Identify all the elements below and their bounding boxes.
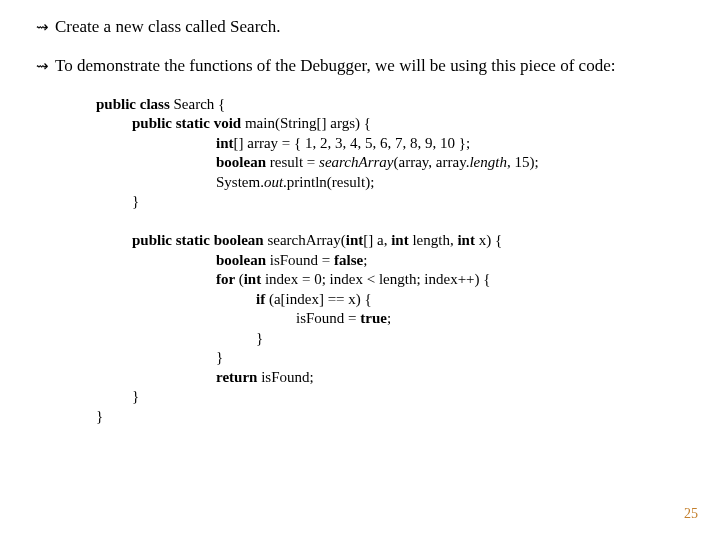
code-line: public static void main(String[] args) { [96,114,660,134]
code-blank-line [96,212,660,232]
code-line: System.out.println(result); [96,173,660,193]
code-line: for (int index = 0; index < length; inde… [96,270,660,290]
bullet-text-2: To demonstrate the functions of the Debu… [55,55,680,76]
code-line: } [96,329,660,349]
code-line: } [96,387,660,407]
wave-arrow-icon: ⇝ [36,16,49,37]
code-line: boolean isFound = false; [96,251,660,271]
slide-page: ⇝ Create a new class called Search. ⇝ To… [0,0,720,540]
code-snippet: public class Search { public static void… [96,95,660,427]
bullet-text-1: Create a new class called Search. [55,16,680,37]
content-area: ⇝ Create a new class called Search. ⇝ To… [0,0,720,426]
code-line: if (a[index] == x) { [96,290,660,310]
code-line: public class Search { [96,95,660,115]
code-line: isFound = true; [96,309,660,329]
page-number: 25 [684,505,698,523]
code-line: } [96,348,660,368]
code-line: } [96,407,660,427]
code-line: return isFound; [96,368,660,388]
code-line: public static boolean searchArray(int[] … [96,231,660,251]
code-line: int[] array = { 1, 2, 3, 4, 5, 6, 7, 8, … [96,134,660,154]
wave-arrow-icon: ⇝ [36,55,49,76]
code-line: boolean result = searchArray(array, arra… [96,153,660,173]
code-line: } [96,192,660,212]
bullet-item-1: ⇝ Create a new class called Search. [36,16,680,37]
bullet-item-2: ⇝ To demonstrate the functions of the De… [36,55,680,76]
